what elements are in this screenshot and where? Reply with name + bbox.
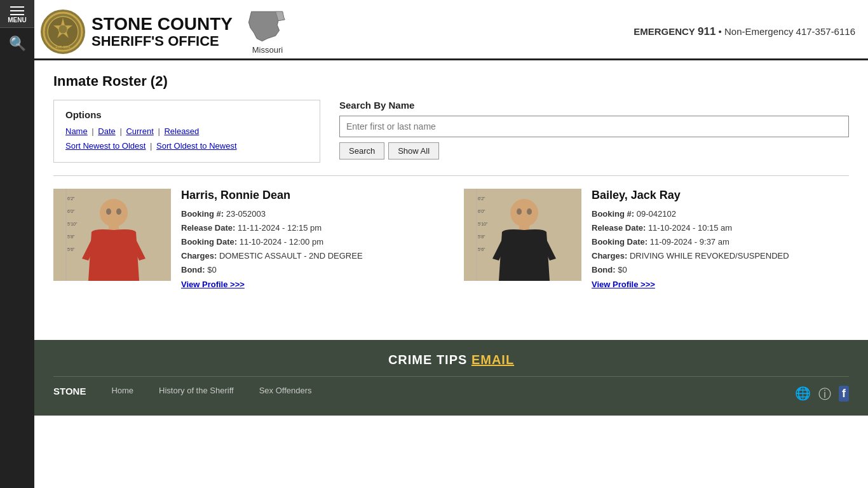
search-heading: Search By Name <box>339 100 849 111</box>
inmate-charges: Charges: DRIVING WHILE REVOKED/SUSPENDED <box>592 249 789 263</box>
sort-newest-link[interactable]: Sort Newest to Oldest <box>65 141 146 151</box>
svg-point-25 <box>517 208 522 215</box>
inmate-booking: Booking #: 23-052003 <box>181 207 363 221</box>
svg-text:5'10": 5'10" <box>67 222 78 226</box>
sort-by-date-link[interactable]: Date <box>98 126 115 136</box>
footer-col-title: STONE <box>53 386 86 396</box>
state-map-area: Missouri <box>245 9 290 55</box>
search-button[interactable]: Search <box>339 142 384 159</box>
emergency-number: 911 <box>698 25 715 37</box>
footer-home-link[interactable]: Home <box>111 386 133 395</box>
person-silhouette: 6'2" 6'0" 5'10" 5'8" 5'6" <box>464 189 581 281</box>
search-buttons: Search Show All <box>339 142 849 159</box>
options-links: Name | Date | Current | Released <box>65 126 308 136</box>
search-input[interactable] <box>339 116 849 137</box>
inmate-bond: Bond: $0 <box>592 263 789 277</box>
emergency-label: EMERGENCY <box>634 26 695 37</box>
svg-text:5'6": 5'6" <box>478 247 485 252</box>
inmate-name: Bailey, Jack Ray <box>592 189 789 202</box>
separator: • <box>719 26 724 37</box>
show-all-button[interactable]: Show All <box>388 142 439 159</box>
site-header: EST. 1851 STONE COUNTY SHERIFF'S OFFICE … <box>34 0 868 60</box>
sort-by-name-link[interactable]: Name <box>65 126 88 136</box>
svg-point-15 <box>116 208 121 215</box>
page-title: Inmate Roster (2) <box>53 73 849 90</box>
inmate-photo: 6'2"6'0"5'10"5'8"5'6" 6'2" 6'0" 5'10" 5'… <box>53 189 171 281</box>
agency-name: STONE COUNTY SHERIFF'S OFFICE <box>92 15 233 50</box>
svg-point-12 <box>100 199 128 227</box>
svg-text:EST. 1851: EST. 1851 <box>55 45 70 49</box>
footer-history-link[interactable]: History of the Sheriff <box>159 386 234 395</box>
inmate-info: Bailey, Jack Ray Booking #: 09-042102 Re… <box>592 189 789 289</box>
svg-text:6'0": 6'0" <box>478 209 485 214</box>
inmate-charges: Charges: DOMESTIC ASSAULT - 2ND DEGREE <box>181 249 363 263</box>
svg-text:6'2": 6'2" <box>478 196 485 201</box>
hamburger-icon <box>0 6 34 15</box>
inmate-booking: Booking #: 09-042102 <box>592 207 789 221</box>
inmate-grid: 6'2"6'0"5'10"5'8"5'6" 6'2" 6'0" 5'10" 5'… <box>53 189 849 289</box>
menu-button[interactable]: MENU <box>0 0 34 28</box>
sidebar-search-icon[interactable]: 🔍 <box>0 28 34 60</box>
inmate-photo: 6'2" 6'0" 5'10" 5'8" 5'6" <box>464 189 581 281</box>
non-emergency-number: 417-357-6116 <box>796 26 855 37</box>
agency-logo: EST. 1851 <box>41 10 85 54</box>
footer-col-stone: STONE <box>53 386 86 403</box>
globe-icon[interactable]: 🌐 <box>795 386 811 401</box>
svg-text:6'2": 6'2" <box>67 196 75 201</box>
footer: CRIME TIPS EMAIL STONE Home History of t… <box>34 340 868 416</box>
footer-icons: 🌐 ⓘ f <box>795 386 849 403</box>
crime-tips-label: CRIME TIPS <box>388 353 467 367</box>
person-silhouette: 6'2" 6'0" 5'10" 5'8" 5'6" <box>53 189 171 281</box>
footer-sex-offenders-link[interactable]: Sex Offenders <box>259 386 312 395</box>
agency-name-line1: STONE COUNTY <box>92 15 233 34</box>
inmate-card: 6'2"6'0"5'10"5'8"5'6" 6'2" 6'0" 5'10" 5'… <box>53 189 438 289</box>
inmate-release: Release Date: 11-10-2024 - 10:15 am <box>592 221 789 235</box>
svg-text:5'6": 5'6" <box>67 247 75 252</box>
search-box: Search By Name Search Show All <box>339 100 849 159</box>
svg-text:6'0": 6'0" <box>67 209 75 214</box>
emergency-info: EMERGENCY 911 • Non-Emergency 417-357-61… <box>634 25 855 38</box>
options-box: Options Name | Date | Current | Released… <box>53 100 320 163</box>
svg-text:5'10": 5'10" <box>478 222 488 226</box>
footer-col-history: History of the Sheriff <box>159 386 234 403</box>
content-divider <box>53 175 849 176</box>
inmate-card: 6'2" 6'0" 5'10" 5'8" 5'6" <box>464 189 849 289</box>
state-name: Missouri <box>252 45 283 55</box>
options-heading: Options <box>65 109 308 120</box>
footer-col-home: Home <box>111 386 133 403</box>
info-icon[interactable]: ⓘ <box>818 386 831 403</box>
sort-released-link[interactable]: Released <box>164 126 199 136</box>
state-map-icon <box>245 9 290 44</box>
inmate-bond: Bond: $0 <box>181 263 363 277</box>
agency-name-line2: SHERIFF'S OFFICE <box>92 34 233 49</box>
view-profile-link[interactable]: View Profile >>> <box>181 280 363 289</box>
svg-point-14 <box>106 208 111 215</box>
crime-tips-email-link[interactable]: EMAIL <box>471 353 514 367</box>
svg-point-26 <box>527 208 532 215</box>
sidebar: MENU 🔍 <box>0 0 34 416</box>
svg-text:5'8": 5'8" <box>478 234 485 239</box>
options-search-row: Options Name | Date | Current | Released… <box>53 100 849 163</box>
footer-links: STONE Home History of the Sheriff Sex Of… <box>53 386 849 403</box>
facebook-icon[interactable]: f <box>839 386 849 402</box>
svg-point-3 <box>58 25 67 34</box>
svg-point-23 <box>510 199 538 227</box>
footer-col-sex-offenders: Sex Offenders <box>259 386 312 403</box>
inmate-release: Release Date: 11-11-2024 - 12:15 pm <box>181 221 363 235</box>
inmate-info: Harris, Ronnie Dean Booking #: 23-052003… <box>181 189 363 289</box>
sort-current-link[interactable]: Current <box>126 126 153 136</box>
inmate-booking-date: Booking Date: 11-09-2024 - 9:37 am <box>592 235 789 249</box>
view-profile-link[interactable]: View Profile >>> <box>592 280 789 289</box>
sort-oldest-link[interactable]: Sort Oldest to Newest <box>156 141 236 151</box>
non-emergency-label: Non-Emergency <box>724 26 793 37</box>
svg-text:5'8": 5'8" <box>67 234 75 239</box>
menu-label: MENU <box>8 17 26 24</box>
inmate-booking-date: Booking Date: 11-10-2024 - 12:00 pm <box>181 235 363 249</box>
header-logo-area: EST. 1851 STONE COUNTY SHERIFF'S OFFICE … <box>41 9 290 55</box>
main-content: Inmate Roster (2) Options Name | Date | … <box>34 60 868 302</box>
inmate-name: Harris, Ronnie Dean <box>181 189 363 202</box>
options-sort: Sort Newest to Oldest | Sort Oldest to N… <box>65 141 308 151</box>
crime-tips: CRIME TIPS EMAIL <box>53 353 849 377</box>
